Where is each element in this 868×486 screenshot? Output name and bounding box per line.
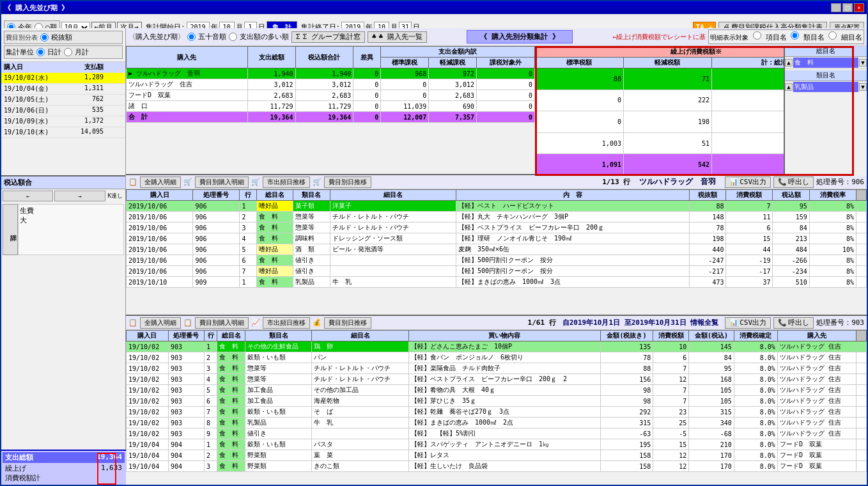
- mini-row-food[interactable]: 食 料: [793, 58, 858, 68]
- close-button[interactable]: ×: [854, 3, 864, 12]
- mini-scroll-down1[interactable]: ▼: [859, 59, 867, 67]
- mini-scroll-up1[interactable]: ▲: [785, 59, 793, 67]
- date-row-1[interactable]: 19/10/04(金) 1,311: [1, 84, 125, 95]
- disp-item-radio[interactable]: [753, 31, 761, 40]
- mini-row-dairy[interactable]: 乳製品: [793, 82, 858, 92]
- cost-detail-btn[interactable]: 費目別購入明細: [195, 176, 249, 188]
- tax-radio-ex[interactable]: [40, 33, 49, 42]
- bottom-call-btn[interactable]: 📞 呼出し: [773, 317, 814, 329]
- taxin-2: 2,683: [295, 90, 353, 101]
- mid-row-1[interactable]: 2019/10/06 906 2 食 料 惣菜等 チルド・レトルト・パウチ 【軽…: [127, 212, 867, 223]
- nav-left-button[interactable]: ←: [3, 191, 53, 201]
- grand-taxin: 19,364: [295, 112, 353, 123]
- maximize-button[interactable]: □: [842, 3, 853, 12]
- btm-row-1[interactable]: 19/10/02 903 2 食 料 穀類・いも類 パン 【軽】食パン ポンジョ…: [127, 352, 867, 363]
- mid-row-no-0: 1: [240, 201, 256, 212]
- mid-row-7[interactable]: 2019/10/10 909 1 食 料 乳製品 牛 乳 【軽】まきばの恵み 1…: [127, 277, 867, 288]
- detail-button[interactable]: 詳細: [3, 204, 18, 255]
- summary-row-1[interactable]: ツルハドラッグ 住吉 3,012 3,012 0 0 3,012 0: [127, 79, 535, 90]
- mid-row-3[interactable]: 2019/10/06 906 4 食 料 調味料 ドレッシング・ソース類 【軽】…: [127, 233, 867, 244]
- exempt-0: 0: [477, 68, 535, 79]
- mini-scroll-up2[interactable]: ▲: [785, 83, 793, 91]
- btm-market-trend-btn[interactable]: 市出頻日推移: [263, 317, 310, 329]
- btm-cost-detail-btn[interactable]: 費目別購入明細: [195, 317, 249, 329]
- mid-row-5[interactable]: 2019/10/06 906 6 食 料 値引き 【軽】500円割引クーポン 按…: [127, 255, 867, 266]
- disp-type-radio[interactable]: [791, 31, 799, 40]
- mid-row-0[interactable]: 2019/10/06 906 1 嗜好品 菓子類 洋菓子 【軽】ベスト ハードビ…: [127, 201, 867, 212]
- btm-row-5[interactable]: 19/10/02 903 6 食 料 加工食品 海産乾物 【軽】芽ひじき 35ｇ…: [127, 396, 867, 407]
- date-row-4[interactable]: 19/10/09(水) 1,372: [1, 116, 125, 127]
- store-name-2: フードD 双葉: [127, 90, 248, 101]
- mid-col-taxamt: 消費税額: [726, 190, 773, 201]
- sort-aiueo-label: 五十音順: [198, 32, 226, 42]
- btm-row-8[interactable]: 19/10/02 903 9 食 料 値引き 【軽】 【軽】5%割引 -63 -…: [127, 428, 867, 439]
- bottom-csv-btn[interactable]: 📊 CSV出力: [725, 317, 771, 329]
- summary-row-0[interactable]: ▶ ツルハドラッグ 音羽 1,940 1,940 0 968 972 0: [127, 68, 535, 79]
- summary-row-3[interactable]: 諸 口 11,729 11,729 0 11,039 690 0: [127, 101, 535, 112]
- btm-total-8: -68: [689, 428, 734, 439]
- date-row-5[interactable]: 19/10/10(木) 14,095: [1, 127, 125, 138]
- middle-call-btn[interactable]: 📞 呼出し: [773, 176, 814, 188]
- date-row-2[interactable]: 19/10/05(土) 762: [1, 95, 125, 106]
- mid-scrollbar-col[interactable]: [856, 190, 867, 201]
- mini-scroll-down2[interactable]: ▼: [859, 83, 867, 91]
- taxin-0: 1,940: [295, 68, 353, 79]
- minimize-button[interactable]: _: [831, 3, 841, 12]
- grand-std: 12,007: [381, 112, 429, 123]
- btm-row-2[interactable]: 19/10/02 903 3 食 料 惣菜等 チルド・レトルト・パウチ 【軽】楽…: [127, 363, 867, 374]
- date-row-3[interactable]: 19/10/06(日) 535: [1, 106, 125, 116]
- mid-content-6: 【軽】500円割引クーポン 按分: [456, 266, 689, 277]
- btm-rate-7: 8.0%: [734, 418, 777, 428]
- purchase-list-button[interactable]: ♣ ♣ 購入先一覧: [368, 31, 427, 43]
- middle-table-container[interactable]: 購入日 処理番号 行 総目名 類目名 細目名 内 容 税抜額 消費税額 税込額 …: [126, 189, 867, 315]
- unit-day-radio[interactable]: [36, 48, 45, 56]
- col-diff: 差異: [353, 47, 381, 68]
- mid-row-2[interactable]: 2019/10/06 906 3 食 料 惣菜等 チルド・レトルト・パウチ 【軽…: [127, 223, 867, 233]
- grand-red: 7,357: [429, 112, 477, 123]
- btm-scroll-5: [856, 396, 867, 407]
- btm-row-6[interactable]: 19/10/02 903 7 食 料 穀類・いも類 そ ば 【軽】乾麺 蕎谷そば…: [127, 407, 867, 418]
- col-taxin: 税込額合計: [295, 47, 353, 68]
- btm-row-7[interactable]: 19/10/02 903 8 食 料 乳製品 牛 乳 【軽】まきばの恵み 100…: [127, 418, 867, 428]
- mid-taxex-3: 198: [689, 233, 725, 244]
- middle-csv-btn[interactable]: 📊 CSV出力: [725, 176, 771, 188]
- summary-total-row: 合 計 19,364 19,364 0 12,007 7,357 0: [127, 112, 535, 123]
- sort-radio-amount[interactable]: [229, 33, 237, 41]
- all-detail-btn[interactable]: 全購入明細: [140, 176, 181, 188]
- btm-store-0: ツルハドラッグ 住吉: [777, 341, 856, 352]
- summary-row-2[interactable]: フードD 双葉 2,683 2,683 0 0 2,683 0: [127, 90, 535, 101]
- unit-month-radio[interactable]: [64, 48, 72, 56]
- btm-rowno-10: 2: [204, 450, 217, 461]
- btm-row-10[interactable]: 19/10/04 904 2 食 料 野菜類 葉 菜 【軽】レタス 158 12…: [127, 450, 867, 461]
- sort-amount-label: 支出額の多い順: [240, 32, 289, 42]
- mid-taxamt-1: 11: [726, 212, 773, 223]
- mid-cat1-3: 食 料: [256, 233, 293, 244]
- bottom-table-container[interactable]: 購入日 処理番号 行 総目名 類目名 細目名 買い物内容 金額(税抜き) 消費税…: [126, 330, 867, 485]
- mid-scroll-6: [856, 266, 867, 277]
- mid-taxamt-2: 6: [726, 223, 773, 233]
- mid-row-6[interactable]: 2019/10/06 906 7 嗜好品 値引き 【軽】500円割引クーポン 按…: [127, 266, 867, 277]
- btm-all-detail-btn[interactable]: 全購入明細: [140, 317, 181, 329]
- btm-scroll-7: [856, 418, 867, 428]
- btm-scrollbar-col[interactable]: [856, 331, 867, 341]
- btm-rowno-7: 8: [204, 418, 217, 428]
- mid-proc-7: 909: [193, 277, 240, 288]
- btm-row-0[interactable]: 19/10/02 903 1 食 料 その他の生鮮食品 鶏 卵 【軽】どさんこ恵…: [127, 341, 867, 352]
- btm-row-4[interactable]: 19/10/02 903 5 食 料 加工食品 その他の加工品 【軽】肴物の具 …: [127, 385, 867, 396]
- btm-row-3[interactable]: 19/10/02 903 4 食 料 惣菜等 チルド・レトルト・パウチ 【軽】ベ…: [127, 374, 867, 385]
- disp-detail-radio[interactable]: [828, 31, 837, 40]
- cost-trend-btn[interactable]: 費目別日推移: [324, 176, 371, 188]
- std-0: 968: [381, 68, 429, 79]
- group-window-button[interactable]: Σ Σ グループ集計窓: [291, 31, 365, 43]
- mid-row-4[interactable]: 2019/10/06 906 5 嗜好品 酒 類 ビール・発泡酒等 麦麹 350…: [127, 244, 867, 255]
- market-trend-btn[interactable]: 市出頻日推移: [263, 176, 310, 188]
- btm-cost-trend-btn[interactable]: 費目別日推移: [324, 317, 371, 329]
- sort-radio-aiueo[interactable]: [187, 33, 196, 41]
- nav-right-button[interactable]: →: [54, 191, 105, 201]
- btm-amount-4: 98: [600, 385, 653, 396]
- date-row-0[interactable]: 19/10/02(水) 1,289: [1, 73, 125, 84]
- btm-row-11[interactable]: 19/10/04 904 3 食 料 野菜類 きのこ類 【軽】生しいたけ 良品袋…: [127, 461, 867, 472]
- btm-store-7: ツルハドラッグ 住吉: [777, 418, 856, 428]
- btm-store-9: フードD 双葉: [777, 439, 856, 450]
- btm-row-9[interactable]: 19/10/04 904 1 食 料 穀類・いも類 パスタ 【軽】スパゲッティ …: [127, 439, 867, 450]
